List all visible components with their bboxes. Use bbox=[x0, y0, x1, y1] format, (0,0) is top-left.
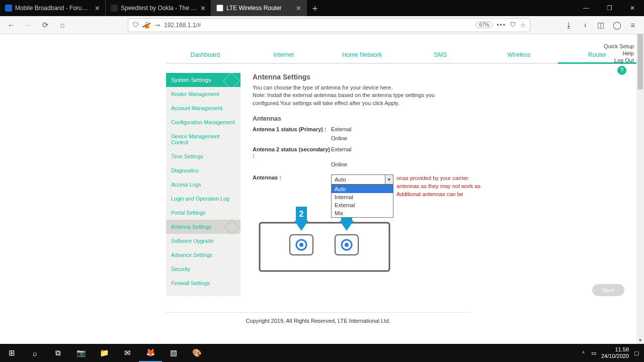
downloads-icon[interactable]: ⭳ bbox=[561, 18, 576, 32]
antennas-select-options: Auto Internal External Mix bbox=[331, 185, 393, 218]
tab-close-icon[interactable]: ✕ bbox=[95, 5, 100, 12]
tab-label: Mobile Broadband - Forum | K… bbox=[15, 5, 92, 12]
antenna2-state: Online bbox=[331, 161, 347, 167]
nav-internet[interactable]: Internet bbox=[245, 47, 323, 63]
tab-label: LTE Wireless Router bbox=[226, 5, 293, 12]
tab-label: Speedtest by Ookla - The Glob… bbox=[121, 5, 197, 12]
page-title: Antenna Settings bbox=[253, 73, 636, 81]
antenna1-type: External bbox=[331, 126, 351, 132]
reader-mode-icon[interactable]: ⛉ bbox=[510, 22, 516, 29]
camera-icon[interactable]: 📷 bbox=[69, 344, 93, 362]
nav-back-button[interactable]: ← bbox=[4, 18, 18, 32]
sidebar-item-configuration-management[interactable]: Configuration Management bbox=[166, 115, 240, 129]
sidebar-item-login-operation-log[interactable]: Login and Operation Log bbox=[166, 192, 240, 206]
system-clock[interactable]: 11.58 24/10/2020 bbox=[601, 346, 629, 359]
window-close-button[interactable]: ✕ bbox=[621, 0, 644, 16]
sidebar-item-firewall-settings[interactable]: Firewall Settings bbox=[166, 276, 240, 290]
antennas-select[interactable]: Auto ▼ bbox=[331, 174, 393, 185]
nav-forward-button[interactable]: → bbox=[21, 18, 35, 32]
sidebar-item-router-management[interactable]: Router Management bbox=[166, 87, 240, 101]
window-minimize-button[interactable]: — bbox=[575, 0, 598, 16]
tray-network-icon[interactable]: ▭ bbox=[591, 350, 596, 356]
clock-date: 24/10/2020 bbox=[601, 353, 629, 359]
search-icon[interactable]: ⌕ bbox=[23, 344, 46, 362]
antenna-diagram: 2 1 bbox=[257, 207, 636, 274]
sidebar-item-portal-settings[interactable]: Portal Settings bbox=[166, 206, 240, 220]
permissions-icon[interactable]: ⊸ bbox=[155, 22, 160, 29]
antenna2-status-label: Antenna 2 status (secondary) : bbox=[253, 146, 331, 158]
library-icon[interactable]: ⫞ bbox=[578, 18, 592, 32]
favicon bbox=[216, 5, 223, 12]
save-button[interactable]: Save bbox=[592, 284, 624, 296]
nav-wireless[interactable]: Wireless bbox=[479, 47, 558, 63]
settings-sidebar: System Settings Router Management Accoun… bbox=[166, 73, 240, 296]
link-logout[interactable]: Log Out bbox=[604, 57, 634, 63]
window-maximize-button[interactable]: ❐ bbox=[598, 0, 621, 16]
link-help[interactable]: Help bbox=[604, 50, 634, 56]
nav-reload-button[interactable]: ⟳ bbox=[38, 18, 52, 32]
svg-marker-8 bbox=[294, 221, 308, 231]
help-icon[interactable]: ? bbox=[617, 66, 626, 75]
page-footer: Copyright 2019, All Rights Reserved, LTE… bbox=[166, 312, 470, 329]
link-quick-setup[interactable]: Quick Setup bbox=[604, 43, 634, 49]
svg-point-3 bbox=[299, 243, 303, 247]
sidebar-item-access-logs[interactable]: Access Logs bbox=[166, 177, 240, 192]
url-bar[interactable]: 🛡 🔒 ⊸ 192.168.1.1/# 67% ••• ⛉ ☆ bbox=[128, 18, 530, 32]
page-actions-icon[interactable]: ••• bbox=[497, 22, 506, 29]
sidebar-item-security[interactable]: Security bbox=[166, 262, 240, 276]
antenna1-status-label: Antenna 1 status (Primary) : bbox=[253, 126, 331, 132]
sidebar-item-time-settings[interactable]: Time Settings bbox=[166, 149, 240, 163]
warning-line3: Additional antennas can be bbox=[396, 191, 480, 199]
sidebar-icon[interactable]: ◫ bbox=[594, 18, 608, 32]
nav-sms[interactable]: SMS bbox=[401, 47, 479, 63]
option-auto[interactable]: Auto bbox=[332, 185, 393, 193]
tab-router[interactable]: LTE Wireless Router ✕ bbox=[211, 0, 307, 16]
page-description-2: Note: Install the external antennas base… bbox=[253, 92, 469, 107]
section-antennas: Antennas bbox=[253, 115, 636, 122]
vertical-scrollbar[interactable]: ▲ ▼ bbox=[636, 34, 644, 344]
file-explorer-icon[interactable]: 📁 bbox=[93, 344, 116, 362]
antenna2-type: External bbox=[331, 146, 351, 158]
tab-close-icon[interactable]: ✕ bbox=[200, 5, 206, 12]
tab-speedtest[interactable]: Speedtest by Ookla - The Glob… ✕ bbox=[106, 0, 211, 16]
sidebar-item-advance-settings[interactable]: Advance Settings bbox=[166, 248, 240, 262]
scroll-down-arrow[interactable]: ▼ bbox=[636, 336, 644, 344]
tab-close-icon[interactable]: ✕ bbox=[296, 5, 301, 12]
start-button[interactable]: ⊞ bbox=[0, 344, 23, 362]
warning-line2: antennas as they may not work as bbox=[396, 183, 480, 191]
clock-time: 11.58 bbox=[601, 346, 629, 353]
option-mix[interactable]: Mix bbox=[332, 209, 393, 217]
sidebar-item-account-management[interactable]: Account Management bbox=[166, 101, 240, 115]
zoom-level[interactable]: 67% bbox=[475, 22, 493, 28]
mail-icon[interactable]: ✉ bbox=[116, 344, 139, 362]
bookmark-star-icon[interactable]: ☆ bbox=[520, 22, 526, 29]
scroll-thumb[interactable] bbox=[637, 34, 643, 89]
paint-icon[interactable]: 🎨 bbox=[185, 344, 208, 362]
insecure-lock-icon[interactable]: 🔒 bbox=[143, 21, 151, 29]
option-internal[interactable]: Internal bbox=[332, 193, 393, 201]
app-icon[interactable]: ▧ bbox=[162, 344, 185, 362]
sidebar-header: System Settings bbox=[166, 73, 240, 87]
firefox-icon[interactable]: 🦊 bbox=[139, 344, 162, 362]
option-external[interactable]: External bbox=[332, 201, 393, 209]
nav-dashboard[interactable]: Dashboard bbox=[166, 47, 245, 63]
svg-rect-0 bbox=[260, 223, 389, 271]
browser-tabs: Mobile Broadband - Forum | K… ✕ Speedtes… bbox=[0, 0, 323, 16]
tab-forum[interactable]: Mobile Broadband - Forum | K… ✕ bbox=[0, 0, 106, 16]
nav-home-button[interactable]: ⌂ bbox=[55, 18, 69, 32]
tracking-shield-icon[interactable]: 🛡 bbox=[132, 21, 139, 29]
chevron-down-icon[interactable]: ▼ bbox=[385, 175, 393, 184]
tray-expand-icon[interactable]: ＾ bbox=[581, 349, 586, 357]
sidebar-item-antenna-settings[interactable]: Antenna Settings bbox=[166, 220, 240, 234]
antennas-select-label: Antennas : bbox=[253, 174, 331, 180]
svg-point-6 bbox=[345, 243, 349, 247]
account-icon[interactable]: ◯ bbox=[610, 18, 624, 32]
nav-home-network[interactable]: Home Network bbox=[323, 47, 401, 63]
task-view-icon[interactable]: ⧉ bbox=[46, 344, 69, 362]
app-menu-icon[interactable]: ≡ bbox=[626, 18, 640, 32]
notifications-icon[interactable]: ▢ bbox=[634, 350, 639, 356]
new-tab-button[interactable]: ＋ bbox=[307, 0, 323, 16]
sidebar-item-software-upgrade[interactable]: Software Upgrade bbox=[166, 234, 240, 248]
sidebar-item-device-management-control[interactable]: Device Management Control bbox=[166, 129, 240, 149]
sidebar-item-diagnostics[interactable]: Diagnostics bbox=[166, 163, 240, 177]
